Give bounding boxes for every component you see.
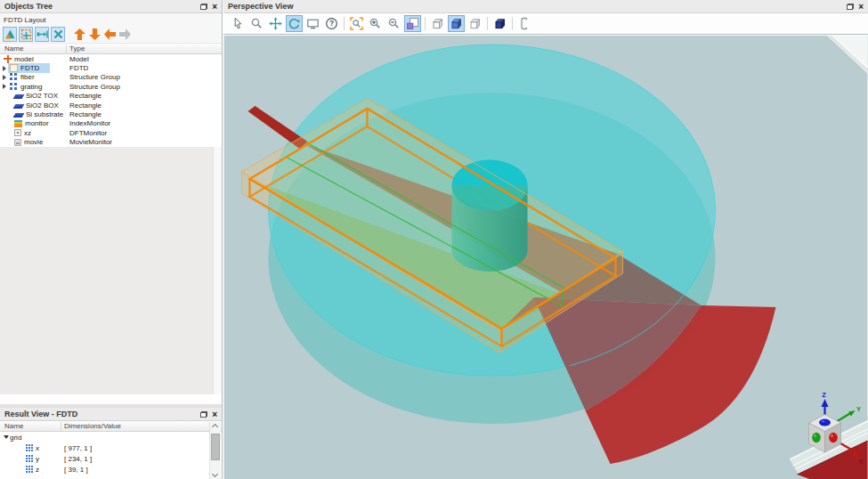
- move-down-icon[interactable]: [89, 28, 101, 40]
- group-icon: [10, 83, 18, 91]
- tree-item-type: Rectangle: [69, 92, 101, 101]
- tree-item-label: xz: [24, 129, 31, 137]
- tree-item-type: FDTD: [69, 63, 88, 72]
- move-left-icon[interactable]: [104, 28, 116, 40]
- expander-icon[interactable]: [0, 66, 8, 71]
- tree-row-sio2-tox[interactable]: SiO2 TOXRectangle: [0, 92, 222, 101]
- rectangle-icon: [13, 94, 25, 99]
- tree-row-grating[interactable]: gratingStructure Group: [0, 82, 222, 91]
- view-outline-button[interactable]: [466, 15, 483, 32]
- perspective-view-title: Perspective View: [228, 2, 847, 11]
- result-row-y[interactable]: y[ 234, 1 ]: [0, 453, 222, 464]
- float-panel-icon[interactable]: [200, 4, 207, 10]
- tree-item-label: monitor: [25, 119, 49, 127]
- zoom-out-button[interactable]: [385, 15, 402, 32]
- dft-monitor-icon: [14, 129, 21, 136]
- pan-button[interactable]: [267, 15, 284, 32]
- tree-row-fdtd[interactable]: FDTDFDTD: [0, 63, 222, 72]
- expander-icon[interactable]: [0, 75, 8, 80]
- objects-tree-column-header: Name Type: [0, 44, 222, 54]
- toolbar-separator: [425, 17, 426, 30]
- ortho-view-button[interactable]: [404, 15, 421, 32]
- move-up-icon[interactable]: [74, 28, 85, 40]
- objects-tree-rows: modelModelFDTDFDTDfiberStructure Groupgr…: [0, 54, 222, 147]
- tree-row-si-substrate[interactable]: Si substrateRectangle: [0, 110, 222, 118]
- perspective-view-titlebar: Perspective View ×: [223, 0, 868, 13]
- result-item-label: grid: [10, 434, 21, 442]
- group-icon: [10, 73, 18, 81]
- move-right-icon[interactable]: [119, 28, 131, 40]
- tree-row-model[interactable]: modelModel: [0, 54, 222, 63]
- perspective-view-panel: Perspective View × ?: [223, 0, 868, 479]
- tree-item-label: SiO2 BOX: [26, 101, 59, 110]
- result-item-value: [ 39, 1 ]: [64, 464, 88, 475]
- expander-icon[interactable]: [2, 435, 10, 439]
- result-view-title: Result View - FDTD: [4, 410, 200, 418]
- close-panel-icon[interactable]: ×: [858, 4, 864, 10]
- result-view-scrollbar[interactable]: [209, 422, 221, 479]
- float-panel-icon[interactable]: [847, 4, 854, 10]
- tree-item-type: Rectangle: [69, 101, 101, 110]
- rotate-button[interactable]: [286, 15, 303, 32]
- view-solid-button[interactable]: [448, 15, 465, 32]
- layout-label: FDTD Layout: [0, 13, 222, 26]
- tree-row-movie[interactable]: movieMovieMonitor: [0, 138, 222, 147]
- structures-button[interactable]: [3, 27, 17, 42]
- tree-item-label: FDTD: [20, 64, 39, 72]
- toolbar-separator: [344, 17, 345, 30]
- objects-tree-title: Objects Tree: [4, 2, 200, 11]
- help-button[interactable]: ?: [323, 15, 340, 32]
- matrix-icon: [26, 455, 33, 462]
- axis-x-label: X: [859, 458, 864, 466]
- result-view-column-header: Name Dimensions/Value: [0, 421, 222, 432]
- viewport-3d[interactable]: Z Y X: [223, 36, 868, 479]
- simulation-button[interactable]: [19, 27, 33, 42]
- axis-z-label: Z: [822, 391, 826, 399]
- expander-icon[interactable]: [0, 84, 8, 89]
- index-monitor-icon: [14, 120, 22, 127]
- result-row-z[interactable]: z[ 39, 1 ]: [0, 464, 222, 475]
- objects-tree-titlebar: Objects Tree ×: [0, 0, 222, 13]
- objects-tree-toolbar: [0, 26, 222, 44]
- view-wireframe-button[interactable]: [429, 15, 446, 32]
- column-type-label: Type: [69, 45, 85, 53]
- tree-item-type: Model: [69, 54, 89, 63]
- result-row-x[interactable]: x[ 977, 1 ]: [0, 442, 222, 453]
- scroll-down-icon[interactable]: [212, 471, 218, 477]
- tree-row-xz[interactable]: xzDFTMonitor: [0, 128, 222, 137]
- layer-slice-button[interactable]: [516, 15, 533, 32]
- objects-tree-empty-area: [0, 147, 222, 394]
- scroll-up-icon[interactable]: [212, 424, 218, 430]
- tree-row-fiber[interactable]: fiberStructure Group: [0, 73, 222, 82]
- analysis-button[interactable]: [51, 27, 65, 42]
- zoom-extents-button[interactable]: [348, 15, 365, 32]
- toolbar-separator: [487, 17, 488, 30]
- tree-row-monitor[interactable]: monitorIndexMonitor: [0, 119, 222, 128]
- close-panel-icon[interactable]: ×: [212, 411, 217, 418]
- column-divider[interactable]: [61, 422, 61, 430]
- scrollbar-thumb[interactable]: [211, 434, 220, 460]
- result-row-grid[interactable]: grid: [0, 432, 222, 442]
- result-item-label: y: [36, 455, 39, 463]
- tree-item-label: movie: [24, 138, 43, 146]
- model-icon: [4, 55, 12, 63]
- screen-button[interactable]: [304, 15, 321, 32]
- zoom-window-button[interactable]: [248, 15, 265, 32]
- monitors-button[interactable]: [35, 27, 49, 42]
- toolbar-separator: [512, 17, 513, 30]
- tree-item-label: fiber: [20, 73, 35, 81]
- tree-item-type: MovieMonitor: [69, 138, 112, 147]
- zoom-in-button[interactable]: [367, 15, 384, 32]
- tree-row-sio2-box[interactable]: SiO2 BOXRectangle: [0, 101, 222, 110]
- axis-y-label: Y: [856, 405, 861, 413]
- select-cursor-button[interactable]: [230, 15, 247, 32]
- matrix-icon: [26, 444, 33, 451]
- fiber-cylinder[interactable]: [452, 160, 528, 272]
- objects-tree-scrollbar[interactable]: [213, 147, 222, 394]
- close-panel-icon[interactable]: ×: [212, 4, 217, 10]
- tree-item-type: DFTMonitor: [69, 128, 107, 137]
- view-shaded-button[interactable]: [491, 15, 508, 32]
- result-item-value: [ 977, 1 ]: [64, 442, 92, 453]
- float-panel-icon[interactable]: [200, 411, 207, 418]
- column-divider[interactable]: [66, 45, 67, 53]
